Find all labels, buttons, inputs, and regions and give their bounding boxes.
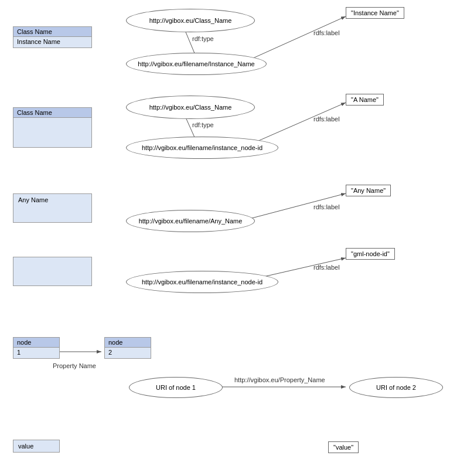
section1-body: Instance Name: [13, 37, 91, 47]
section2-rect-label: "A Name": [346, 94, 384, 106]
property-ellipse1: URI of node 1: [129, 377, 223, 398]
section3-left-box: Any Name: [13, 193, 92, 223]
property-ellipse2: URI of node 2: [349, 377, 443, 398]
section1-left-box: Class Name Instance Name: [13, 26, 92, 48]
section4-left-box: [13, 257, 92, 286]
section2-left-box: Class Name: [13, 107, 92, 148]
section2-arrow1-label: rdf:type: [192, 121, 214, 128]
section2-body: [13, 118, 91, 147]
property-node1-box: node 1: [13, 337, 60, 359]
section4-rect-label: "gml-node-id": [346, 248, 395, 260]
value-rect-label: "value": [328, 441, 359, 453]
property-node1-body: 1: [13, 348, 59, 358]
section2-ellipse2: http://vgibox.eu/filename/instance_node-…: [126, 137, 278, 159]
diagram-area: Class Name Instance Name http://vgibox.e…: [0, 0, 467, 476]
section1-ellipse1: http://vgibox.eu/Class_Name: [126, 9, 255, 32]
property-uri-label: http://vgibox.eu/Property_Name: [234, 376, 325, 383]
section3-rect-label: "Any Name": [346, 185, 391, 196]
section2-arrow2-label: rdfs:label: [313, 115, 340, 123]
section3-arrow2-label: rdfs:label: [313, 203, 340, 210]
section1-ellipse2: http://vgibox.eu/filename/Instance_Name: [126, 53, 267, 75]
svg-line-2: [252, 16, 346, 59]
property-node2-box: node 2: [104, 337, 151, 359]
property-name-label: Property Name: [53, 362, 96, 369]
section3-ellipse2: http://vgibox.eu/filename/Any_Name: [126, 210, 255, 232]
section1-arrow2-label: rdfs:label: [313, 29, 340, 36]
section4-arrow2-label: rdfs:label: [313, 264, 340, 271]
value-box: value: [13, 440, 60, 453]
section2-header: Class Name: [13, 108, 91, 118]
section1-arrow1-label: rdf:type: [192, 35, 214, 42]
section4-ellipse2: http://vgibox.eu/filename/instance_node-…: [126, 271, 278, 293]
section1-rect-label: "Instance Name": [346, 7, 404, 19]
svg-line-4: [252, 103, 346, 144]
property-node2-header: node: [105, 338, 151, 348]
property-node2-body: 2: [105, 348, 151, 358]
section1-header: Class Name: [13, 27, 91, 37]
section2-ellipse1: http://vgibox.eu/Class_Name: [126, 96, 255, 119]
property-node1-header: node: [13, 338, 59, 348]
